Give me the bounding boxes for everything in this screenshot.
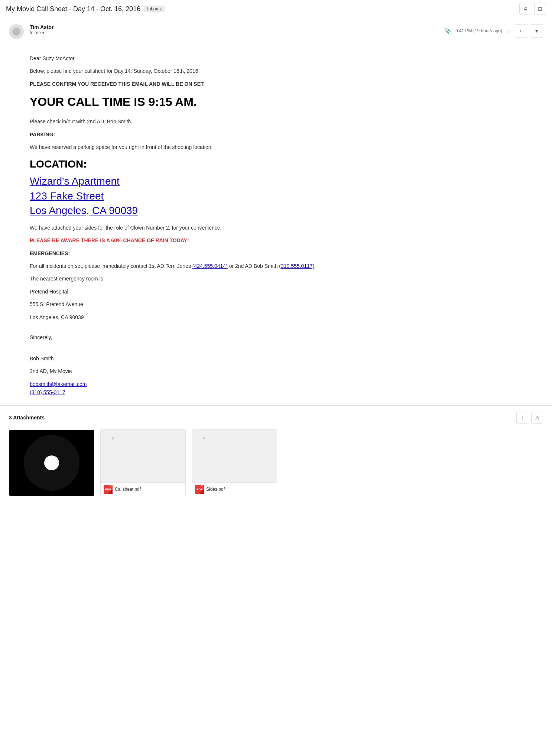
more-button[interactable]: ▾	[530, 24, 543, 38]
attachment-1[interactable]	[9, 429, 94, 496]
sides-filename: Sides.pdf	[206, 487, 225, 492]
attachments-section: 3 Attachments ↓ △	[0, 405, 552, 502]
pdf-dot	[112, 437, 114, 439]
print-icon: 🖨	[523, 6, 528, 12]
download-all-button[interactable]: ↓	[516, 412, 528, 424]
to-label: to me	[30, 30, 41, 35]
hospital-name: Pretend Hospital	[30, 288, 522, 296]
location-city-link[interactable]: Los Angeles, CA 90039	[30, 203, 522, 218]
avatar-image	[12, 27, 20, 36]
email-subject: My Movie Call Sheet - Day 14 - Oct. 16, …	[6, 5, 140, 13]
vinyl-center	[44, 455, 59, 470]
email-body: Dear Suzy McActor, Below, please find yo…	[0, 45, 552, 405]
confirm-text: PLEASE CONFIRM YOU RECEIVED THIS EMAIL A…	[30, 80, 522, 88]
inbox-label: Inbox	[147, 6, 158, 12]
sender-to: to me ▾	[30, 30, 444, 35]
attachment-2[interactable]: PDF Callsheet.pdf	[100, 429, 186, 496]
attachments-header: 3 Attachments ↓ △	[9, 412, 543, 424]
sincerely: Sincerely,	[30, 333, 522, 341]
reply-icon: ↩	[519, 28, 524, 34]
popout-icon: ⊡	[538, 6, 542, 12]
drive-save-button[interactable]: △	[531, 412, 543, 424]
hospital-address-1: 555 S. Pretend Avenue	[30, 300, 522, 308]
reply-button[interactable]: ↩	[515, 24, 528, 38]
pdf-icon-1: PDF	[104, 485, 113, 494]
inbox-close-icon[interactable]: x	[160, 7, 162, 11]
pdf-thumb-sides: PDF Sides.pdf	[192, 430, 277, 496]
pdf-dot-2	[203, 437, 205, 439]
parking-label: PARKING:	[30, 130, 522, 139]
emergencies-label: EMERGENCIES:	[30, 249, 522, 257]
sig-title: 2nd AD, My Movie	[30, 367, 522, 375]
vinyl-record	[24, 435, 79, 491]
sides-footer: PDF Sides.pdf	[192, 482, 277, 496]
more-icon: ▾	[535, 28, 538, 34]
action-buttons: ↩ ▾	[515, 24, 543, 38]
emergency-text-3: The nearest emergency room is:	[30, 275, 522, 283]
pdf-thumb-callsheet: PDF Callsheet.pdf	[101, 430, 185, 496]
emergency-paragraph: For all incidents on set, please immedia…	[30, 262, 522, 270]
sig-email-link[interactable]: bobsmith@fakemail.com	[30, 380, 522, 388]
sender-info: Tim Astor to me ▾	[30, 24, 444, 35]
attachments-actions: ↓ △	[516, 412, 543, 424]
attachments-grid: PDF Callsheet.pdf PDF	[9, 429, 543, 496]
hospital-address-2: Los Angeles, CA 90039	[30, 313, 522, 321]
pdf-preview-area-2	[192, 430, 277, 482]
rain-warning: PLEASE BE AWARE THERE IS A 60% CHANCE OF…	[30, 236, 522, 244]
print-button[interactable]: 🖨	[519, 3, 531, 15]
parking-text: We have reserved a parking space for you…	[30, 143, 522, 151]
download-icon: ↓	[521, 415, 524, 421]
attachment-clip-icon: 📎	[444, 27, 452, 35]
email-header: Tim Astor to me ▾ 📎 9:41 PM (19 hours ag…	[0, 18, 552, 45]
pdf-preview-area-1	[101, 430, 185, 482]
call-time: YOUR CALL TIME IS 9:15 AM.	[30, 93, 522, 111]
emergency-phone-1[interactable]: (424.555.0414)	[192, 263, 228, 269]
emergency-text-1: For all incidents on set, please immedia…	[30, 263, 192, 269]
location-name-link[interactable]: Wizard's Apartment	[30, 174, 522, 188]
pdf-corner-2	[199, 489, 204, 494]
email-meta: 📎 9:41 PM (19 hours ago) ☆ ↩ ▾	[444, 24, 543, 38]
checkin-text: Please check in/out with 2nd AD, Bob Smi…	[30, 117, 522, 126]
top-bar-left: My Movie Call Sheet - Day 14 - Oct. 16, …	[6, 5, 165, 13]
emergency-phone-2[interactable]: (310.555.0117)	[279, 263, 314, 269]
sender-name: Tim Astor	[30, 24, 444, 30]
star-icon[interactable]: ☆	[506, 27, 511, 35]
pdf-icon-2: PDF	[195, 485, 204, 494]
pdf-corner-1	[108, 489, 113, 494]
callsheet-filename: Callsheet.pdf	[115, 487, 141, 492]
to-dropdown-icon[interactable]: ▾	[42, 31, 44, 35]
attachment-3[interactable]: PDF Sides.pdf	[192, 429, 277, 496]
drive-icon: △	[535, 415, 539, 421]
location-label: LOCATION:	[30, 156, 522, 173]
sig-name: Bob Smith	[30, 354, 522, 363]
sides-text: We have attached your sides for the role…	[30, 224, 522, 232]
popout-button[interactable]: ⊡	[534, 3, 546, 15]
timestamp: 9:41 PM (19 hours ago)	[455, 28, 502, 33]
top-bar-right: 🖨 ⊡	[519, 3, 546, 15]
location-street-link[interactable]: 123 Fake Street	[30, 189, 522, 203]
top-bar: My Movie Call Sheet - Day 14 - Oct. 16, …	[0, 0, 552, 18]
inbox-badge[interactable]: Inbox x	[144, 6, 165, 12]
attachments-title: 3 Attachments	[9, 415, 45, 421]
intro: Below, please find your callsheet for Da…	[30, 67, 522, 75]
emergency-text-2: or 2nd AD Bob Smith	[228, 263, 279, 269]
signature: Sincerely, Bob Smith 2nd AD, My Movie bo…	[30, 333, 522, 396]
greeting: Dear Suzy McActor,	[30, 54, 522, 62]
sig-phone-link[interactable]: (310) 555-0117	[30, 388, 522, 396]
avatar	[9, 24, 24, 39]
callsheet-footer: PDF Callsheet.pdf	[101, 482, 185, 496]
